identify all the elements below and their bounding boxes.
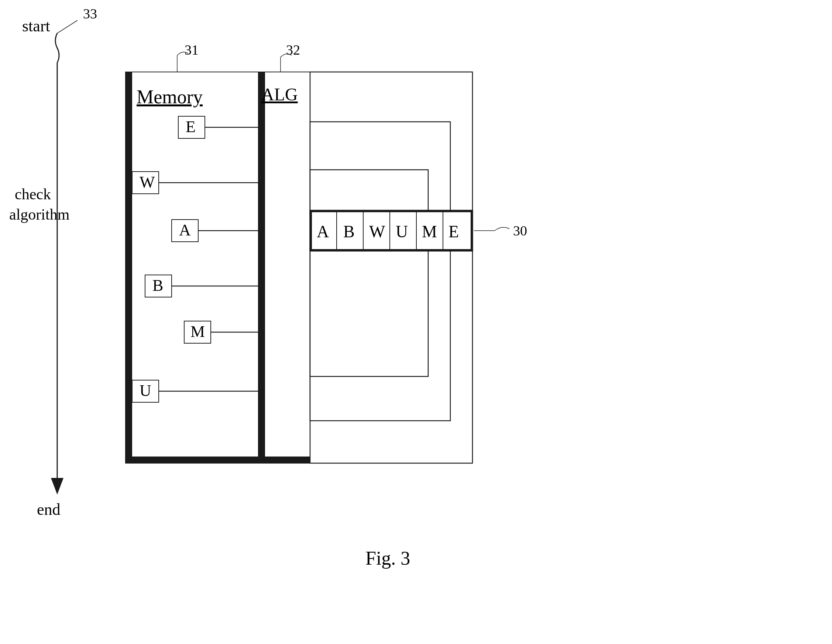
start-wave-line bbox=[55, 33, 59, 63]
ref31-text: 31 bbox=[184, 42, 198, 58]
end-label: end bbox=[37, 500, 61, 519]
seq-a-label: A bbox=[317, 222, 329, 241]
node-w-label: W bbox=[139, 173, 155, 191]
ref33-line bbox=[57, 20, 77, 33]
fig-caption: Fig. 3 bbox=[365, 548, 410, 569]
ref33-text: 33 bbox=[83, 6, 97, 21]
check-label-2: algorithm bbox=[9, 206, 70, 223]
start-label: start bbox=[22, 17, 50, 35]
seq-e-label: E bbox=[448, 222, 459, 241]
alg-bottom-border bbox=[258, 457, 310, 463]
memory-left-border bbox=[125, 72, 132, 463]
alg-box bbox=[258, 72, 310, 463]
node-e-label: E bbox=[186, 118, 196, 136]
seq-m-label: M bbox=[422, 222, 437, 241]
memory-label: Memory bbox=[137, 86, 203, 107]
node-u-label: U bbox=[139, 382, 151, 400]
seq-w-label: W bbox=[369, 222, 386, 241]
alg-left-border bbox=[258, 72, 265, 463]
memory-bottom-border bbox=[125, 457, 258, 463]
inner-rect bbox=[310, 170, 428, 376]
diagram-svg: start 33 check algorithm end 31 32 Memor… bbox=[0, 0, 832, 644]
diagram-container: start 33 check algorithm end 31 32 Memor… bbox=[0, 0, 832, 644]
ref32-text: 32 bbox=[286, 42, 300, 58]
flow-arrow bbox=[51, 478, 64, 495]
node-b-label: B bbox=[152, 276, 163, 294]
node-m-label: M bbox=[190, 323, 205, 340]
ref30-curve bbox=[494, 227, 509, 231]
sequence-box-inner bbox=[311, 211, 471, 250]
seq-b-label: B bbox=[343, 222, 355, 241]
seq-u-label: U bbox=[396, 222, 408, 241]
node-a-label: A bbox=[179, 221, 191, 239]
alg-label: ALG bbox=[261, 85, 298, 104]
ref30-text: 30 bbox=[513, 223, 527, 238]
check-label-1: check bbox=[15, 185, 51, 203]
